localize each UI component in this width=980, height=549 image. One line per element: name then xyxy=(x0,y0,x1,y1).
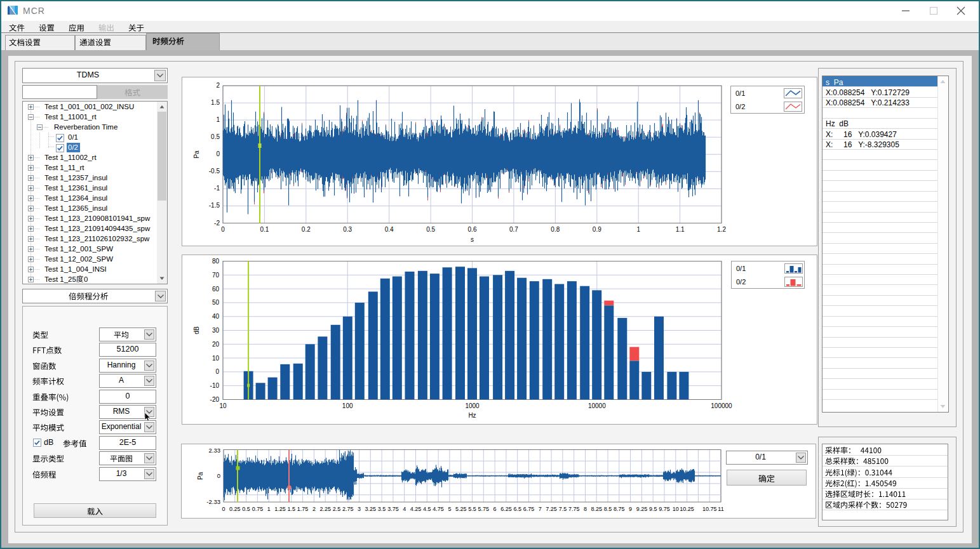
svg-text:s: s xyxy=(471,236,474,243)
svg-text:3: 3 xyxy=(358,506,361,512)
svg-text:1.5: 1.5 xyxy=(211,99,220,106)
svg-text:0.1: 0.1 xyxy=(260,226,269,233)
svg-text:-10: -10 xyxy=(210,382,220,389)
svg-text:40: 40 xyxy=(212,313,220,320)
svg-text:6.25: 6.25 xyxy=(500,506,512,512)
svg-text:70: 70 xyxy=(212,272,220,279)
svg-text:10000: 10000 xyxy=(588,402,606,409)
svg-text:Hz: Hz xyxy=(468,412,476,419)
svg-text:0.8: 0.8 xyxy=(551,226,560,233)
svg-text:4.5: 4.5 xyxy=(423,506,431,512)
svg-text:2.25: 2.25 xyxy=(319,506,331,512)
svg-text:0.3: 0.3 xyxy=(343,226,352,233)
svg-text:6.75: 6.75 xyxy=(523,506,535,512)
svg-text:8.25: 8.25 xyxy=(591,506,602,512)
svg-text:100000: 100000 xyxy=(711,402,732,409)
svg-text:7.75: 7.75 xyxy=(568,506,580,512)
svg-text:Pa: Pa xyxy=(197,472,204,480)
svg-text:0/1: 0/1 xyxy=(735,89,745,97)
svg-text:30: 30 xyxy=(212,327,220,334)
svg-text:7.5: 7.5 xyxy=(559,506,567,512)
svg-text:0.9: 0.9 xyxy=(593,226,601,233)
svg-text:5.25: 5.25 xyxy=(455,506,467,512)
svg-text:0.2: 0.2 xyxy=(302,226,311,233)
svg-text:0/2: 0/2 xyxy=(736,278,746,286)
svg-text:8.75: 8.75 xyxy=(614,506,625,512)
svg-text:3.75: 3.75 xyxy=(387,506,399,512)
svg-text:1.75: 1.75 xyxy=(297,506,309,512)
svg-text:0: 0 xyxy=(217,472,220,479)
svg-text:9: 9 xyxy=(629,506,632,512)
svg-text:0.5: 0.5 xyxy=(242,506,250,512)
svg-text:3.5: 3.5 xyxy=(378,506,386,512)
svg-text:8.5: 8.5 xyxy=(604,506,612,512)
svg-text:0.5: 0.5 xyxy=(211,133,220,140)
svg-text:5.5: 5.5 xyxy=(468,506,476,512)
svg-text:0/1: 0/1 xyxy=(736,265,746,272)
svg-text:50: 50 xyxy=(212,299,220,306)
svg-text:7.25: 7.25 xyxy=(546,506,557,512)
svg-text:80: 80 xyxy=(212,258,220,265)
svg-text:6.5: 6.5 xyxy=(513,506,521,512)
svg-text:2: 2 xyxy=(312,506,316,512)
svg-text:0.7: 0.7 xyxy=(509,226,518,233)
svg-text:1: 1 xyxy=(216,116,220,123)
svg-text:7: 7 xyxy=(539,506,542,512)
svg-text:0.25: 0.25 xyxy=(229,506,241,512)
svg-text:11: 11 xyxy=(718,506,723,512)
svg-text:0.4: 0.4 xyxy=(385,226,394,233)
svg-text:2.33: 2.33 xyxy=(209,447,221,454)
svg-text:-20: -20 xyxy=(210,396,220,403)
svg-text:0.5: 0.5 xyxy=(426,226,435,233)
svg-text:3.25: 3.25 xyxy=(365,506,377,512)
svg-text:1.2: 1.2 xyxy=(717,226,726,233)
svg-text:1.25: 1.25 xyxy=(274,506,286,512)
svg-text:1.1: 1.1 xyxy=(676,226,685,233)
svg-text:0.75: 0.75 xyxy=(252,506,264,512)
svg-text:9.5: 9.5 xyxy=(649,506,657,512)
svg-text:1.5: 1.5 xyxy=(288,506,296,512)
svg-text:5.75: 5.75 xyxy=(478,506,490,512)
svg-text:1: 1 xyxy=(267,506,271,512)
svg-text:1000: 1000 xyxy=(465,402,480,409)
svg-text:-0.5: -0.5 xyxy=(209,168,220,175)
svg-text:-1.5: -1.5 xyxy=(209,202,220,209)
svg-text:Pa: Pa xyxy=(193,150,200,159)
svg-text:-1: -1 xyxy=(214,185,220,192)
svg-text:0: 0 xyxy=(215,368,219,375)
svg-text:-2.33: -2.33 xyxy=(206,498,220,505)
svg-text:dB: dB xyxy=(193,326,200,334)
svg-text:10: 10 xyxy=(212,355,220,362)
svg-text:4: 4 xyxy=(403,506,406,512)
svg-text:6: 6 xyxy=(493,506,497,512)
svg-text:2.5: 2.5 xyxy=(333,506,341,512)
svg-text:10: 10 xyxy=(219,402,227,409)
svg-text:10.75: 10.75 xyxy=(702,506,717,512)
svg-text:9.25: 9.25 xyxy=(636,506,648,512)
svg-text:0: 0 xyxy=(216,150,220,157)
svg-text:-2: -2 xyxy=(214,220,220,227)
svg-text:2: 2 xyxy=(216,82,220,89)
svg-text:0: 0 xyxy=(221,226,225,233)
svg-text:1: 1 xyxy=(636,226,640,233)
svg-text:60: 60 xyxy=(212,286,220,293)
svg-text:8: 8 xyxy=(584,506,587,512)
svg-text:4.75: 4.75 xyxy=(433,506,444,512)
svg-text:4.25: 4.25 xyxy=(410,506,422,512)
svg-text:10.25: 10.25 xyxy=(680,506,694,512)
svg-text:9.75: 9.75 xyxy=(659,506,670,512)
svg-text:0.6: 0.6 xyxy=(468,226,477,233)
svg-text:5: 5 xyxy=(448,506,451,512)
svg-text:2.75: 2.75 xyxy=(342,506,354,512)
svg-text:100: 100 xyxy=(342,402,353,409)
svg-text:0/2: 0/2 xyxy=(735,103,745,110)
svg-text:0: 0 xyxy=(222,506,225,512)
svg-text:20: 20 xyxy=(212,341,220,348)
svg-text:10: 10 xyxy=(673,506,679,512)
